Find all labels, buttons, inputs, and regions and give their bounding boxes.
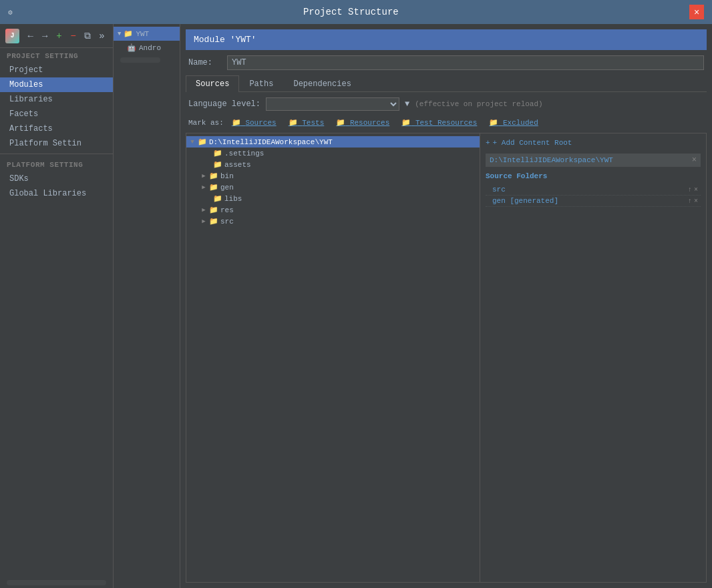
title-bar: ⚙ Project Structure × <box>0 0 712 24</box>
source-folder-gen-name: gen [generated] <box>492 197 558 205</box>
module-label: YWT <box>136 30 149 38</box>
sidebar-item-global-libraries[interactable]: Global Libraries <box>0 186 113 201</box>
tabs-row: Sources Paths Dependencies <box>186 75 707 92</box>
mark-resources-button[interactable]: 📁 Resources <box>332 117 393 127</box>
tree-src-arrow: ▶ <box>200 218 207 225</box>
source-folder-src-up[interactable]: ↑ <box>688 186 692 194</box>
source-folder-src-actions: ↑ × <box>688 186 698 194</box>
tree-item-libs[interactable]: 📁 libs <box>186 193 480 204</box>
resources-folder-icon: 📁 <box>336 119 345 127</box>
tests-folder-icon: 📁 <box>289 119 298 127</box>
tree-settings-icon: 📁 <box>213 149 222 158</box>
tree-bin-icon: 📁 <box>209 172 218 180</box>
source-folder-src-name: src <box>492 186 506 194</box>
tree-root-arrow: ▼ <box>189 139 196 145</box>
tree-item-settings[interactable]: 📁 .settings <box>186 148 480 159</box>
tree-gen-label: gen <box>220 184 234 192</box>
tree-res-label: res <box>220 206 234 214</box>
source-folders-label: Source Folders <box>486 171 701 182</box>
file-tree: ▼ 📁 D:\IntelliJIDEAWorkspace\YWT 📁 .sett… <box>186 133 480 582</box>
tree-item-bin[interactable]: ▶ 📁 bin <box>186 170 480 182</box>
app-logo: ⚙ <box>8 8 13 17</box>
source-panel: + + Add Content Root D:\IntelliJIDEAWork… <box>480 133 706 582</box>
copy-button[interactable]: ⧉ <box>81 30 93 42</box>
sidebar-item-facets[interactable]: Facets <box>0 107 113 121</box>
add-button[interactable]: + <box>53 30 65 42</box>
content-root-close[interactable]: × <box>692 156 697 165</box>
sources-folder-icon: 📁 <box>232 119 241 127</box>
name-input[interactable] <box>227 55 704 70</box>
sidebar-item-platform[interactable]: Platform Settin <box>0 136 113 151</box>
tree-libs-icon: 📁 <box>213 194 222 203</box>
add-content-root-button[interactable]: + + Add Content Root <box>486 139 701 147</box>
tree-src-icon: 📁 <box>209 217 218 226</box>
name-label: Name: <box>188 58 222 67</box>
tree-item-res[interactable]: ▶ 📁 res <box>186 204 480 216</box>
content-root-path: D:\IntelliJIDEAWorkspace\YWT <box>490 156 613 164</box>
add-content-root-label: + Add Content Root <box>493 139 572 147</box>
lang-dropdown-icon: ▼ <box>405 99 409 109</box>
content-split: ▼ 📁 D:\IntelliJIDEAWorkspace\YWT 📁 .sett… <box>186 133 707 583</box>
jb-logo: J <box>5 29 19 43</box>
sidebar-item-libraries[interactable]: Libraries <box>0 92 113 107</box>
tree-gen-icon: 📁 <box>209 183 218 192</box>
tree-root-folder-icon: 📁 <box>198 137 207 146</box>
tree-src-label: src <box>220 218 234 226</box>
test-resources-folder-icon: 📁 <box>401 119 411 127</box>
tree-res-arrow: ▶ <box>200 206 207 214</box>
mark-sources-button[interactable]: 📁 Sources <box>228 117 281 127</box>
tab-paths[interactable]: Paths <box>239 75 283 92</box>
tree-settings-label: .settings <box>224 150 264 158</box>
remove-button[interactable]: − <box>67 30 79 42</box>
tab-sources[interactable]: Sources <box>186 75 239 92</box>
mark-tests-button[interactable]: 📁 Tests <box>285 117 329 127</box>
module-icon: 📁 <box>124 29 133 38</box>
sidebar-divider <box>0 154 113 154</box>
tree-item-assets[interactable]: 📁 assets <box>186 159 480 170</box>
platform-settings-header: Platform Setting <box>0 157 113 172</box>
lang-level-select[interactable] <box>266 97 399 111</box>
tree-libs-label: libs <box>224 195 242 203</box>
back-button[interactable]: ← <box>25 30 36 42</box>
android-label: Andro <box>139 44 161 52</box>
content-root-header: D:\IntelliJIDEAWorkspace\YWT × <box>486 154 701 167</box>
module-header-label: Module 'YWT' <box>194 35 256 45</box>
tree-bin-arrow: ▶ <box>200 172 207 180</box>
window-title: Project Structure <box>303 7 399 17</box>
sidebar-item-modules[interactable]: Modules <box>0 77 113 92</box>
source-folder-gen-actions: ↑ × <box>688 198 698 205</box>
tree-bin-label: bin <box>220 172 234 180</box>
sidebar: J ← → + − ⧉ » Project Setting Project Mo… <box>0 24 114 588</box>
tree-item-gen[interactable]: ▶ 📁 gen <box>186 182 480 193</box>
mark-as-label: Mark as: <box>188 119 224 127</box>
tree-res-icon: 📁 <box>209 206 218 214</box>
tree-assets-icon: 📁 <box>213 160 222 169</box>
tree-assets-label: assets <box>224 161 251 169</box>
add-icon: + <box>486 139 490 147</box>
tree-item-src[interactable]: ▶ 📁 src <box>186 216 480 227</box>
tab-dependencies[interactable]: Dependencies <box>283 75 361 92</box>
sidebar-item-sdks[interactable]: SDKs <box>0 172 113 186</box>
module-item-android[interactable]: 🤖 Andro <box>114 41 180 55</box>
module-arrow: ▼ <box>118 31 121 37</box>
source-folder-src: src ↑ × <box>486 184 701 196</box>
source-folder-gen-remove[interactable]: × <box>694 198 698 205</box>
more-button[interactable]: » <box>96 30 108 42</box>
mark-test-resources-button[interactable]: 📁 Test Resources <box>397 117 481 127</box>
mark-excluded-button[interactable]: 📁 Excluded <box>485 117 542 127</box>
sidebar-item-artifacts[interactable]: Artifacts <box>0 121 113 136</box>
sidebar-toolbar: J ← → + − ⧉ » <box>0 24 113 48</box>
lang-level-label: Language level: <box>188 99 260 109</box>
close-button[interactable]: × <box>689 5 704 19</box>
project-settings-header: Project Setting <box>0 48 113 63</box>
forward-button[interactable]: → <box>39 30 50 42</box>
module-header: Module 'YWT' <box>186 29 707 50</box>
tree-gen-arrow: ▶ <box>200 184 207 191</box>
tree-root-item[interactable]: ▼ 📁 D:\IntelliJIDEAWorkspace\YWT <box>186 136 480 148</box>
source-folder-gen: gen [generated] ↑ × <box>486 196 701 207</box>
source-folder-gen-up[interactable]: ↑ <box>688 198 692 205</box>
module-item-ywt[interactable]: ▼ 📁 YWT <box>114 27 180 41</box>
lang-level-note: (effective on project reload) <box>415 100 542 108</box>
source-folder-src-remove[interactable]: × <box>694 186 698 194</box>
sidebar-item-project[interactable]: Project <box>0 63 113 77</box>
